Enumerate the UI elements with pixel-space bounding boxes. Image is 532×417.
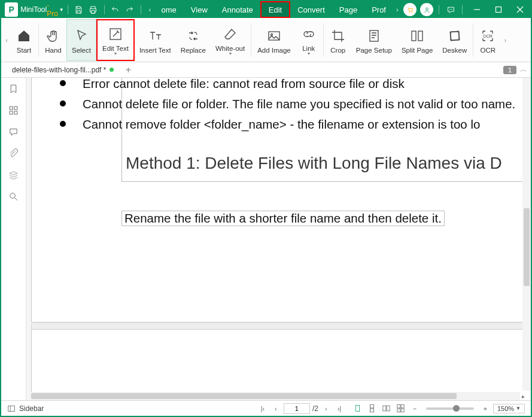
hand-button[interactable]: Hand (40, 19, 66, 61)
text-block-1[interactable]: Error cannot delete file: cannot read fr… (121, 78, 531, 182)
vertical-scroll-thumb[interactable] (524, 208, 530, 286)
deskew-button[interactable]: Deskew (437, 19, 472, 61)
last-page-icon[interactable]: ›| (334, 403, 345, 414)
deskew-label: Deskew (442, 47, 467, 54)
maximize-button[interactable] (488, 1, 509, 18)
svg-rect-34 (397, 409, 400, 412)
insert-text-button[interactable]: Insert Text (135, 19, 176, 61)
first-page-icon[interactable]: |‹ (257, 403, 268, 414)
new-tab-button[interactable]: + (122, 64, 134, 76)
menu-scroll-right-icon[interactable]: › (393, 7, 402, 13)
undo-icon[interactable] (108, 2, 123, 17)
crop-button[interactable]: Crop (325, 19, 351, 61)
app-menu-dropdown-icon[interactable]: ▼ (59, 7, 64, 13)
feedback-icon[interactable] (443, 2, 458, 17)
menu-tab-profile[interactable]: Prof (364, 1, 393, 18)
zoom-slider-knob[interactable] (453, 405, 460, 412)
add-image-button[interactable]: Add Image (253, 19, 296, 61)
horizontal-scroll-thumb[interactable] (31, 393, 457, 399)
facing-view-icon[interactable] (381, 403, 393, 415)
zoom-value: 150% (497, 405, 514, 412)
link-button[interactable]: Link ▾ (296, 19, 322, 61)
comments-icon[interactable] (8, 126, 20, 138)
svg-rect-14 (412, 31, 416, 41)
collapse-ribbon-icon[interactable]: ︿ (520, 65, 527, 75)
svg-point-23 (10, 193, 15, 198)
link-dropdown-icon[interactable]: ▾ (308, 52, 310, 56)
prev-page-icon[interactable]: ‹ (270, 403, 281, 414)
svg-rect-27 (356, 406, 360, 412)
zoom-slider[interactable] (426, 407, 474, 410)
thumbnails-icon[interactable] (8, 104, 20, 116)
facing-continuous-view-icon[interactable] (395, 403, 407, 415)
pdf-page-2[interactable] (31, 329, 531, 400)
ocr-button[interactable]: OCR OCR (475, 19, 501, 61)
zoom-in-icon[interactable]: + (480, 403, 491, 414)
svg-text:OCR: OCR (483, 34, 493, 38)
edit-text-dropdown-icon[interactable]: ▾ (114, 52, 117, 56)
attachments-icon[interactable] (8, 147, 20, 159)
svg-rect-30 (383, 406, 386, 411)
vertical-scrollbar[interactable] (522, 78, 531, 391)
menu-tab-annotate[interactable]: Annotate (215, 1, 260, 18)
close-button[interactable] (509, 1, 531, 18)
zoom-out-icon[interactable]: − (409, 403, 420, 414)
whiteout-dropdown-icon[interactable]: ▾ (229, 52, 232, 56)
page-total: /2 (312, 404, 318, 413)
page-setup-button[interactable]: Page Setup (351, 19, 397, 61)
print-icon[interactable] (86, 2, 101, 17)
minimize-button[interactable] (466, 1, 488, 18)
heading-text: Method 1: Delete Files with Long File Na… (126, 150, 531, 176)
menu-tabs: ‹ ome View Annotate Edit Convert Page Pr… (146, 1, 402, 18)
crop-label: Crop (330, 47, 345, 54)
start-button[interactable]: Start (11, 19, 37, 61)
edit-text-button[interactable]: Edit Text ▾ (96, 19, 135, 61)
svg-rect-25 (8, 406, 15, 411)
document-tab[interactable]: delete-files-with-long-fil...pdf * (7, 63, 118, 77)
next-page-icon[interactable]: › (321, 403, 332, 414)
hscroll-right-icon[interactable]: ▸ (519, 392, 527, 400)
menu-tab-view[interactable]: View (184, 1, 215, 18)
replace-button[interactable]: Replace (176, 19, 211, 61)
split-page-button[interactable]: Split Page (397, 19, 437, 61)
image-icon (266, 28, 282, 44)
save-icon[interactable] (72, 2, 86, 17)
layers-icon[interactable] (8, 169, 20, 181)
cart-button[interactable] (403, 3, 417, 16)
document-viewport[interactable]: Error cannot delete file: cannot read fr… (26, 78, 531, 400)
page-number-input[interactable] (284, 403, 310, 414)
menu-scroll-left-icon[interactable]: ‹ (146, 7, 154, 13)
menu-tab-page[interactable]: Page (332, 1, 364, 18)
ribbon-scroll-right-icon[interactable]: › (501, 19, 509, 62)
menu-tab-edit[interactable]: Edit (260, 1, 290, 18)
ribbon-scroll-left-icon[interactable]: ‹ (2, 19, 11, 62)
menu-tab-home[interactable]: ome (154, 1, 184, 18)
page-setup-label: Page Setup (356, 47, 392, 54)
svg-point-5 (451, 8, 452, 9)
bullet-text: Error cannot delete file: cannot read fr… (83, 78, 531, 93)
split-icon (409, 28, 425, 44)
horizontal-scrollbar[interactable]: ◂ ▸ (31, 392, 520, 400)
pdf-page-1[interactable]: Error cannot delete file: cannot read fr… (31, 78, 531, 322)
svg-point-12 (270, 34, 272, 35)
start-label: Start (17, 47, 31, 54)
svg-point-0 (409, 11, 409, 12)
svg-rect-17 (451, 32, 459, 40)
sidebar-toggle-icon[interactable] (7, 404, 16, 413)
single-page-view-icon[interactable] (352, 403, 364, 415)
sidebar-label[interactable]: Sidebar (19, 404, 44, 413)
svg-rect-13 (370, 31, 378, 41)
select-button[interactable]: Select (66, 19, 96, 61)
search-icon[interactable] (8, 190, 20, 202)
continuous-view-icon[interactable] (366, 403, 378, 415)
menu-tab-convert[interactable]: Convert (290, 1, 332, 18)
document-tab-bar: delete-files-with-long-fil...pdf * + 1 ︿ (1, 62, 531, 78)
svg-line-24 (15, 197, 17, 200)
zoom-value-dropdown[interactable]: 150% ▼ (493, 404, 525, 413)
redo-icon[interactable] (123, 2, 137, 17)
account-button[interactable] (420, 3, 433, 16)
whiteout-button[interactable]: White-out ▾ (211, 19, 250, 61)
text-block-2[interactable]: Rename the file with a shorter file name… (121, 211, 445, 226)
bookmarks-icon[interactable] (8, 83, 20, 95)
status-bar: Sidebar |‹ ‹ /2 › ›| − + 150% ▼ (1, 400, 531, 416)
